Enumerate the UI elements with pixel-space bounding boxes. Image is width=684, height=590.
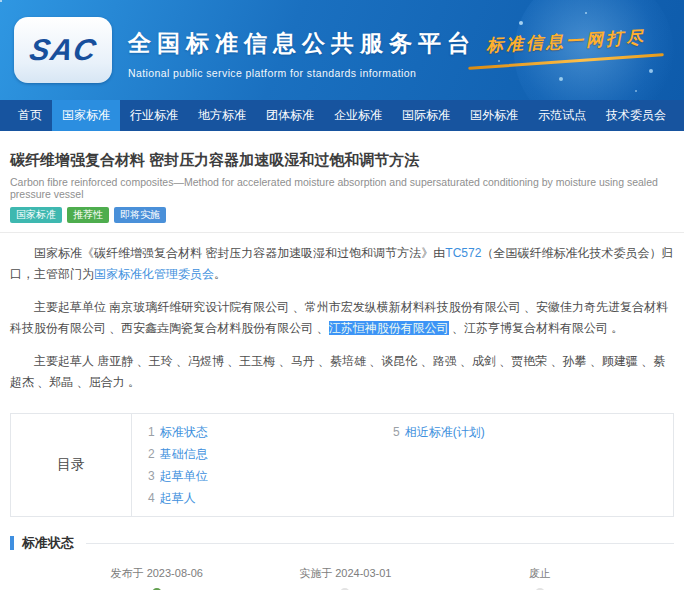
timeline-label-implemented: 实施于 2024-03-01	[299, 566, 391, 581]
nav-item-national-standards[interactable]: 国家标准	[52, 100, 120, 131]
main-nav: 首页 国家标准 行业标准 地方标准 团体标准 企业标准 国际标准 国外标准 示范…	[0, 100, 684, 131]
section-divider	[0, 232, 684, 233]
toc-links: 1标准状态 2基础信息 3起草单位 4起草人 5相近标准(计划)	[132, 414, 673, 516]
toc-label: 起草人	[160, 491, 196, 505]
timeline-label-published: 发布于 2023-08-06	[111, 566, 203, 581]
paragraph-drafting-units: 主要起草单位 南京玻璃纤维研究设计院有限公司 、常州市宏发纵横新材料科技股份有限…	[10, 297, 674, 339]
status-section-title: 标准状态	[22, 534, 74, 552]
toc-title: 目录	[11, 414, 132, 516]
page-content: 碳纤维增强复合材料 密封压力容器加速吸湿和过饱和调节方法 Carbon fibr…	[0, 151, 684, 517]
nav-item-local-standards[interactable]: 地方标准	[188, 100, 256, 131]
section-accent-bar	[10, 536, 14, 550]
header-slogan: 标准信息一网打尽	[466, 30, 666, 63]
toc-label: 基础信息	[160, 447, 208, 461]
nav-item-international-standards[interactable]: 国际标准	[392, 100, 460, 131]
sac-committee-link[interactable]: 国家标准化管理委员会	[94, 267, 214, 281]
toc-num: 5	[393, 425, 400, 439]
toc-num: 4	[148, 491, 155, 505]
timeline-node-implemented: 实施于 2024-03-01	[299, 566, 391, 590]
badge-national-standard: 国家标准	[10, 207, 62, 223]
status-timeline: 发布于 2023-08-06 实施于 2024-03-01 废止	[10, 566, 674, 590]
site-header: SAC 全国标准信息公共服务平台 National public service…	[0, 0, 684, 100]
toc-num: 1	[148, 425, 155, 439]
site-title: 全国标准信息公共服务平台	[128, 28, 476, 59]
nav-item-technical-committee[interactable]: 技术委员会	[596, 100, 676, 131]
nav-item-pilot-program[interactable]: 示范试点	[528, 100, 596, 131]
standard-badges: 国家标准 推荐性 即将实施	[10, 207, 674, 223]
sac-logo-text: SAC	[27, 33, 99, 67]
toc-box: 目录 1标准状态 2基础信息 3起草单位 4起草人 5相近标准(计划)	[10, 413, 674, 517]
nav-item-foreign-standards[interactable]: 国外标准	[460, 100, 528, 131]
standard-title-en: Carbon fibre reinforced composites—Metho…	[10, 176, 674, 200]
drafting-units-text2: 、江苏亨博复合材料有限公司 。	[449, 321, 624, 335]
nav-item-enterprise-standards[interactable]: 企业标准	[324, 100, 392, 131]
status-section-header: 标准状态	[0, 534, 684, 552]
highlighted-company: 江苏恒神股份有限公司	[329, 321, 449, 335]
toc-item-basic-info[interactable]: 2基础信息	[148, 446, 393, 462]
slogan-text: 标准信息一网打尽	[466, 25, 667, 58]
section-header-rule	[86, 543, 674, 544]
toc-label: 相近标准(计划)	[405, 425, 485, 439]
nav-item-group-standards[interactable]: 团体标准	[256, 100, 324, 131]
sparkle-dots-decoration	[0, 0, 2, 2]
para1-text: 国家标准《碳纤维增强复合材料 密封压力容器加速吸湿和过饱和调节方法》由	[34, 246, 445, 260]
timeline-node-abolished: 废止	[529, 566, 551, 590]
site-subtitle: National public service platform for sta…	[128, 67, 476, 79]
nav-item-industry-standards[interactable]: 行业标准	[120, 100, 188, 131]
paragraph-drafters: 主要起草人 唐亚静 、王玲 、冯煜博 、王玉梅 、马丹 、綦培雄 、谈昆伦 、路…	[10, 351, 674, 393]
toc-item-drafters[interactable]: 4起草人	[148, 490, 393, 506]
badge-upcoming: 即将实施	[114, 207, 166, 223]
sac-logo: SAC	[14, 17, 112, 83]
paragraph-governing-body: 国家标准《碳纤维增强复合材料 密封压力容器加速吸湿和过饱和调节方法》由TC572…	[10, 243, 674, 285]
site-identity: 全国标准信息公共服务平台 National public service pla…	[128, 28, 476, 79]
toc-label: 标准状态	[160, 425, 208, 439]
badge-recommended: 推荐性	[67, 207, 109, 223]
toc-item-standard-status[interactable]: 1标准状态	[148, 424, 393, 440]
toc-num: 3	[148, 469, 155, 483]
nav-item-home[interactable]: 首页	[8, 100, 52, 131]
tc572-link[interactable]: TC572	[445, 246, 481, 260]
toc-item-drafting-units[interactable]: 3起草单位	[148, 468, 393, 484]
toc-num: 2	[148, 447, 155, 461]
standard-title-zh: 碳纤维增强复合材料 密封压力容器加速吸湿和过饱和调节方法	[10, 151, 674, 170]
toc-item-similar-standards[interactable]: 5相近标准(计划)	[393, 424, 638, 440]
toc-label: 起草单位	[160, 469, 208, 483]
timeline-node-published: 发布于 2023-08-06	[111, 566, 203, 590]
para1-text3: 。	[214, 267, 226, 281]
timeline-label-abolished: 废止	[529, 566, 551, 581]
